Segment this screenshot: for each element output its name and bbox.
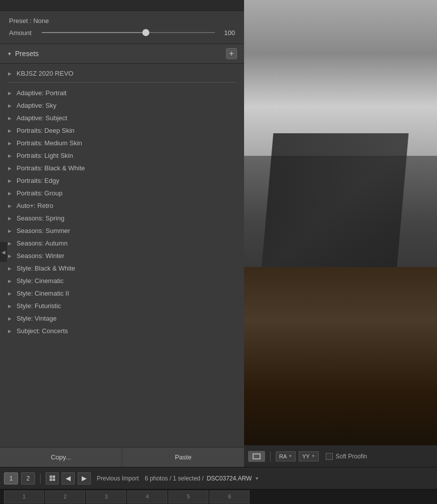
soft-proof-label: Soft Proofin (336, 453, 367, 460)
preset-label-portraits-bw: Portraits: Black & White (17, 164, 85, 172)
slider-track (42, 32, 215, 33)
preset-arrow-icon: ▶ (8, 166, 12, 171)
preset-item-portraits-deep-skin[interactable]: ▶ Portraits: Deep Skin (0, 124, 244, 137)
filename-label: DSC03724.ARW (206, 475, 252, 482)
preset-item-style-cinematic[interactable]: ▶ Style: Cinematic (0, 275, 244, 287)
next-nav-button[interactable]: ▶ (78, 472, 91, 484)
copy-button[interactable]: Copy... (0, 447, 122, 467)
bottom-toolbar: RA ▼ YY ▼ Soft Proofin (244, 445, 437, 467)
filmstrip-thumb-1[interactable]: 1 (4, 490, 44, 503)
preset-item-seasons-autumn[interactable]: ▶ Seasons: Autumn (0, 237, 244, 249)
preset-arrow-icon: ▶ (8, 228, 12, 233)
preset-label-seasons-autumn: Seasons: Autumn (17, 239, 68, 247)
preset-label-adaptive-sky: Adaptive: Sky (17, 102, 57, 109)
preset-label-style-bw: Style: Black & White (17, 265, 75, 272)
preset-arrow-icon: ▶ (8, 178, 12, 183)
yy-label: YY (302, 453, 310, 459)
preset-item-subject-concerts[interactable]: ▶ Subject: Concerts (0, 325, 244, 337)
preset-item-seasons-summer[interactable]: ▶ Seasons: Summer (0, 224, 244, 237)
preset-item-style-cinematic-ii[interactable]: ▶ Style: Cinematic II (0, 287, 244, 300)
preset-arrow-icon: ▶ (8, 304, 12, 309)
preset-item-portraits-bw[interactable]: ▶ Portraits: Black & White (0, 162, 244, 174)
preset-label: Preset : None (9, 17, 235, 25)
preset-label-portraits-group: Portraits: Group (17, 189, 63, 197)
preset-arrow-icon: ▶ (8, 291, 12, 296)
preset-item-adaptive-subject[interactable]: ▶ Adaptive: Subject (0, 112, 244, 124)
filmstrip-thumb-2[interactable]: 2 (45, 490, 85, 503)
preset-arrow-icon: ▶ (8, 128, 12, 133)
preset-label-seasons-spring: Seasons: Spring (17, 214, 64, 222)
left-panel: Preset : None Amount 100 ▼ Presets + (0, 0, 244, 467)
add-preset-button[interactable]: + (226, 48, 237, 59)
filename-dropdown-icon[interactable]: ▼ (255, 476, 259, 481)
filmstrip-thumb-6[interactable]: 6 (209, 490, 250, 503)
preset-label-portraits-deep-skin: Portraits: Deep Skin (17, 127, 75, 134)
preset-arrow-icon: ▶ (8, 203, 12, 208)
preset-label-portraits-medium-skin: Portraits: Medium Skin (17, 139, 82, 147)
paste-button[interactable]: Paste (122, 447, 244, 467)
photo-count: 6 photos / 1 selected / (145, 475, 203, 482)
amount-slider[interactable] (42, 29, 215, 37)
preset-label-adaptive-portrait: Adaptive: Portrait (17, 89, 67, 97)
preset-label-style-futuristic: Style: Futuristic (17, 302, 61, 310)
preset-item-style-futuristic[interactable]: ▶ Style: Futuristic (0, 300, 244, 312)
preset-item-style-vintage[interactable]: ▶ Style: Vintage (0, 312, 244, 325)
preset-item-adaptive-portrait[interactable]: ▶ Adaptive: Portrait (0, 87, 244, 99)
main-area: Preset : None Amount 100 ▼ Presets + (0, 0, 437, 467)
amount-row: Amount 100 (9, 29, 235, 37)
preset-label-seasons-summer: Seasons: Summer (17, 227, 70, 234)
filmstrip-thumb-5[interactable]: 5 (168, 490, 208, 503)
ra-chevron-icon: ▼ (288, 454, 292, 458)
grid-view-button[interactable] (46, 472, 59, 484)
preset-item-portraits-light-skin[interactable]: ▶ Portraits: Light Skin (0, 149, 244, 162)
preset-label-style-cinematic-ii: Style: Cinematic II (17, 290, 69, 297)
yy-dropdown[interactable]: YY ▼ (299, 451, 319, 461)
preset-item-portraits-edgy[interactable]: ▶ Portraits: Edgy (0, 174, 244, 187)
ra-label: RA (279, 453, 287, 459)
group-arrow-icon: ▶ (8, 71, 12, 76)
preset-item-portraits-group[interactable]: ▶ Portraits: Group (0, 187, 244, 199)
preset-label-seasons-winter: Seasons: Winter (17, 252, 64, 260)
preset-arrow-icon: ▶ (8, 216, 12, 221)
prev-nav-button[interactable]: ◀ (62, 472, 75, 484)
preset-item-seasons-spring[interactable]: ▶ Seasons: Spring (0, 212, 244, 224)
preset-item-seasons-winter[interactable]: ▶ Seasons: Winter (0, 249, 244, 262)
view-rect-button[interactable] (248, 451, 265, 462)
preset-arrow-icon: ▶ (8, 241, 12, 246)
grid-cell (53, 478, 55, 481)
slider-fill (42, 32, 146, 33)
preset-item-style-bw[interactable]: ▶ Style: Black & White (0, 262, 244, 275)
collapse-triangle-icon[interactable]: ▼ (7, 51, 12, 57)
right-content: RA ▼ YY ▼ Soft Proofin (244, 0, 437, 467)
slider-thumb[interactable] (142, 29, 149, 36)
soft-proof-checkbox[interactable] (326, 453, 333, 460)
photo-bottom-area (244, 267, 437, 445)
panel-collapse-arrow[interactable]: ◀ (0, 242, 7, 262)
amount-value: 100 (220, 29, 235, 37)
preset-label-portraits-light-skin: Portraits: Light Skin (17, 152, 73, 159)
preset-arrow-icon: ▶ (8, 254, 12, 259)
preset-arrow-icon: ▶ (8, 141, 12, 146)
page-1-button[interactable]: 1 (4, 472, 18, 484)
preset-item-auto-retro[interactable]: ▶ Auto+: Retro (0, 199, 244, 212)
preset-group-label: KBJSZ 2020 REVO (17, 70, 73, 77)
preset-arrow-icon: ▶ (8, 103, 12, 108)
filmstrip-thumb-3[interactable]: 3 (86, 490, 126, 503)
filmstrip-area: 1 2 3 4 5 6 (0, 489, 437, 504)
preset-item-adaptive-sky[interactable]: ▶ Adaptive: Sky (0, 99, 244, 112)
preset-group-kbjsz[interactable]: ▶ KBJSZ 2020 REVO (0, 67, 244, 80)
preset-label-style-vintage: Style: Vintage (17, 315, 57, 322)
ra-dropdown[interactable]: RA ▼ (276, 451, 296, 461)
preset-arrow-icon: ▶ (8, 316, 12, 321)
preset-item-portraits-medium-skin[interactable]: ▶ Portraits: Medium Skin (0, 137, 244, 149)
grid-cell (50, 478, 52, 481)
filmstrip-thumb-4[interactable]: 4 (127, 490, 167, 503)
amount-label: Amount (9, 29, 37, 37)
presets-list[interactable]: ▶ KBJSZ 2020 REVO ▶ Adaptive: Portrait ▶… (0, 64, 244, 447)
preset-label-adaptive-subject: Adaptive: Subject (17, 114, 67, 122)
page-2-button[interactable]: 2 (21, 472, 35, 484)
preset-arrow-icon: ▶ (8, 153, 12, 158)
preset-divider (8, 82, 236, 83)
grid-cell (50, 475, 52, 478)
top-preview-bar (0, 0, 244, 11)
